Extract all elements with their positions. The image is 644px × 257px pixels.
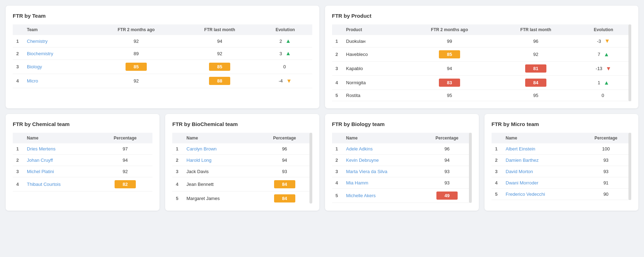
ftr-by-team-title: FTR by Team: [13, 13, 312, 19]
scrollbar-micro[interactable]: [628, 133, 631, 200]
table-row: 1 Chemistry 92 94 2 ▲: [13, 35, 312, 47]
percentage-cell: 93: [581, 155, 631, 166]
percentage-cell: 96: [257, 143, 312, 155]
name-cell[interactable]: Harold Long: [183, 155, 257, 166]
name-cell[interactable]: Chemistry: [23, 35, 91, 47]
biology-table-wrap[interactable]: Name Percentage 1 Adele Adkins 96 2 Kevi…: [332, 133, 472, 203]
table-row: 2 Johan Cruyff 94: [13, 155, 152, 166]
rank-cell: 1: [332, 143, 343, 155]
last-month-cell: 92: [496, 47, 576, 62]
name-cell[interactable]: Carolyn Brown: [183, 143, 257, 155]
table-row: 4 Jean Bennett 84: [172, 177, 312, 192]
table-row: 5 Rostita 95 95 0: [332, 90, 632, 101]
rank-cell: 1: [332, 35, 343, 47]
rank-cell: 1: [172, 143, 183, 155]
prod-col-2mo: FTR 2 months ago: [403, 24, 496, 35]
prod-col-evo: Evolution: [576, 24, 631, 35]
ftr-by-micro-card: FTR by Micro team Name Percentage 1 Albe…: [485, 114, 638, 211]
evolution-cell: 0: [576, 90, 631, 101]
table-row: 3 Michel Platini 92: [13, 166, 152, 177]
rank-cell: 5: [332, 90, 343, 101]
table-row: 2 Damien Barthez 93: [492, 155, 631, 166]
name-cell[interactable]: Kevin Debruyne: [343, 155, 423, 166]
name-cell[interactable]: Johan Cruyff: [23, 155, 98, 166]
two-months-cell: 85: [403, 47, 496, 62]
evolution-cell: 7 ▲: [576, 47, 631, 62]
ftr-by-product-title: FTR by Product: [332, 13, 632, 19]
name-cell[interactable]: Dries Mertens: [23, 143, 98, 155]
micro-col-pct: Percentage: [581, 133, 631, 143]
table-row: 2 Kevin Debruyne 94: [332, 155, 472, 166]
name-cell[interactable]: Thibaut Courtois: [23, 177, 98, 192]
rank-cell: 3: [492, 166, 502, 177]
rank-cell: 4: [492, 177, 502, 189]
name-cell[interactable]: Damien Barthez: [502, 155, 581, 166]
ftr-by-team-table-wrap[interactable]: Team FTR 2 months ago FTR last month Evo…: [13, 24, 312, 88]
micro-col-rank: [492, 133, 502, 143]
last-month-cell: 81: [496, 62, 576, 76]
team-col-rank: [13, 24, 23, 35]
percentage-cell: 96: [422, 143, 472, 155]
biochemical-table-wrap[interactable]: Name Percentage 1 Carolyn Brown 96 2 Har…: [172, 133, 312, 204]
name-cell[interactable]: Michelle Akers: [343, 189, 423, 203]
percentage-cell: 92: [98, 166, 153, 177]
rank-cell: 4: [13, 74, 23, 88]
evolution-cell: 0: [258, 60, 312, 74]
prod-col-name: Product: [343, 24, 403, 35]
micro-table-wrap[interactable]: Name Percentage 1 Albert Einstein 100 2 …: [492, 133, 631, 200]
percentage-cell: 94: [422, 155, 472, 166]
name-cell[interactable]: Adele Adkins: [343, 143, 423, 155]
name-cell: Jack Davis: [183, 166, 257, 177]
scrollbar-biology[interactable]: [469, 133, 472, 203]
name-cell[interactable]: David Morton: [502, 166, 581, 177]
evolution-cell: 2 ▲: [258, 35, 312, 47]
scrollbar-biochemical[interactable]: [309, 133, 312, 204]
ftr-by-chemical-title: FTR by Chemical team: [13, 121, 152, 127]
chem-col-rank: [13, 133, 23, 143]
rank-cell: 1: [13, 143, 23, 155]
name-cell[interactable]: Biochemistry: [23, 47, 91, 60]
name-cell[interactable]: Frederico Vedecchi: [502, 189, 581, 200]
name-cell[interactable]: Dwani Morroder: [502, 177, 581, 189]
ftr-by-biochemical-title: FTR by BioChemical team: [172, 121, 312, 127]
team-col-2mo: FTR 2 months ago: [91, 24, 181, 35]
name-cell: Duokulан: [343, 35, 403, 47]
ftr-by-team-card: FTR by Team Team FTR 2 months ago FTR la…: [6, 6, 319, 108]
percentage-cell: 93: [257, 166, 312, 177]
chemical-table-wrap[interactable]: Name Percentage 1 Dries Mertens 97 2 Joh…: [13, 133, 152, 192]
percentage-cell: 93: [581, 166, 631, 177]
rank-cell: 2: [13, 155, 23, 166]
ftr-by-product-table: Product FTR 2 months ago FTR last month …: [332, 24, 632, 101]
evolution-cell: 1 ▲: [576, 76, 631, 90]
name-cell[interactable]: Albert Einstein: [502, 143, 581, 155]
rank-cell: 2: [172, 155, 183, 166]
name-cell[interactable]: Michel Platini: [23, 166, 98, 177]
ftr-by-product-table-wrap[interactable]: Product FTR 2 months ago FTR last month …: [332, 24, 632, 101]
scrollbar[interactable]: [628, 24, 631, 101]
team-col-last: FTR last month: [181, 24, 258, 35]
percentage-cell: 97: [98, 143, 153, 155]
last-month-cell: 95: [496, 90, 576, 101]
rank-cell: 3: [332, 166, 343, 177]
name-cell[interactable]: Marta Viera da Silva: [343, 166, 423, 177]
chem-col-pct: Percentage: [98, 133, 153, 143]
rank-cell: 2: [332, 155, 343, 166]
name-cell: Havebleco: [343, 47, 403, 62]
percentage-cell: 100: [581, 143, 631, 155]
name-cell: Jean Bennett: [183, 177, 257, 192]
name-cell[interactable]: Mia Hamm: [343, 177, 423, 189]
percentage-cell: 84: [257, 192, 312, 204]
last-month-cell: 85: [181, 60, 258, 74]
name-cell[interactable]: Biology: [23, 60, 91, 74]
table-row: 1 Albert Einstein 100: [492, 143, 631, 155]
two-months-cell: 85: [91, 60, 181, 74]
rank-cell: 4: [332, 76, 343, 90]
bio-col-pct: Percentage: [422, 133, 472, 143]
last-month-cell: 88: [181, 74, 258, 88]
name-cell: Rostita: [343, 90, 403, 101]
name-cell[interactable]: Micro: [23, 74, 91, 88]
table-row: 2 Biochemistry 89 92 3 ▲: [13, 47, 312, 60]
name-cell: Normigita: [343, 76, 403, 90]
table-row: 2 Harold Long 94: [172, 155, 312, 166]
last-month-cell: 84: [496, 76, 576, 90]
